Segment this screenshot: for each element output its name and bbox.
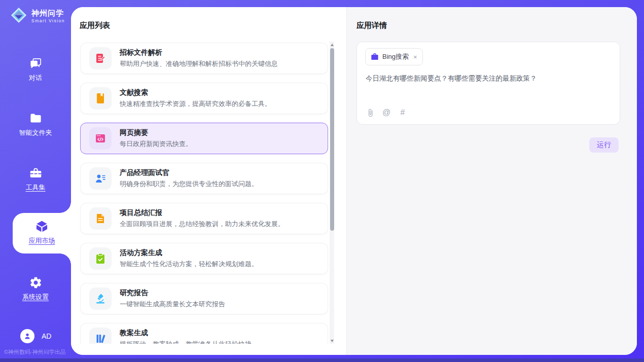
app-card-research-report[interactable]: 研究报告 一键智能生成高质量长文本研究报告 [80,283,328,314]
report-note-icon [94,212,106,225]
sidebar-item-toolset[interactable]: 工具集 [0,166,71,192]
books-icon [94,333,106,344]
app-card-event-plan[interactable]: 活动方案生成 智能生成个性化活动方案，轻松解决规划难题。 [80,243,328,274]
sidebar-item-app-market[interactable]: 应用市场 [13,213,71,254]
scroll-down-arrow-icon[interactable] [330,338,334,344]
prompt-toolbar: @ # [366,108,407,117]
sidebar-footer: ©神州数码·神州问学出品 [4,348,66,356]
app-title: 项目总结汇报 [120,208,284,218]
app-icon-box [89,167,112,190]
app-desc: 帮助用户快速、准确地理解和解析招标书中的关键信息 [120,59,278,68]
main-content: 应用列表 招标文件解析 帮助用户快速、准确地理解和解析招标书中的关键信息 [71,7,637,355]
chat-icon [29,57,43,70]
app-card-bid-document-parse[interactable]: 招标文件解析 帮助用户快速、准确地理解和解析招标书中的关键信息 [80,43,328,74]
app-card-lesson-plan[interactable]: 教案生成 模板驱动，教案秒成，教学准备从此轻松快捷 [80,323,328,344]
bottom-bar [0,358,644,362]
app-desc: 智能生成个性化活动方案，轻松解决规划难题。 [120,260,258,269]
app-card-pm-interviewer[interactable]: 产品经理面试官 明确身份和职责，为您提供专业性的面试问题。 [80,163,328,194]
avatar[interactable] [20,329,34,343]
close-icon[interactable]: × [413,54,417,60]
app-list: 招标文件解析 帮助用户快速、准确地理解和解析招标书中的关键信息 文献搜索 快速精… [80,43,328,344]
app-desc: 一键智能生成高质量长文本研究报告 [120,300,225,309]
app-card-text: 招标文件解析 帮助用户快速、准确地理解和解析招标书中的关键信息 [120,48,278,68]
browser-code-icon [94,132,106,144]
toolbox-icon [29,166,43,180]
app-card-text: 文献搜索 快速精准查找学术资源，提高研究效率的必备工具。 [120,88,271,108]
app-list-title: 应用列表 [80,21,110,30]
app-card-web-summary[interactable]: 网页摘要 每日政府新闻资讯快查。 [80,123,328,154]
at-icon[interactable]: @ [382,108,391,117]
app-icon-box [89,127,112,150]
app-card-text: 网页摘要 每日政府新闻资讯快查。 [120,128,192,149]
app-list-panel: 应用列表 招标文件解析 帮助用户快速、准确地理解和解析招标书中的关键信息 [71,7,346,355]
interviewer-icon [94,172,106,185]
app-icon-box [89,207,112,230]
scrollbar-thumb[interactable] [330,48,334,231]
app-card-text: 项目总结汇报 全面回顾项目进展，总结经验教训，助力未来优化发展。 [120,208,284,229]
book-icon [94,92,106,104]
app-card-text: 教案生成 模板驱动，教案秒成，教学准备从此轻松快捷 [120,329,252,344]
sidebar-item-label: 智能文件夹 [19,129,52,136]
sidebar-item-label: 系统设置 [22,293,49,301]
logo-title: 神州问学 [31,9,65,18]
folder-icon [29,112,43,125]
tool-chip-label: Bing搜索 [382,52,409,61]
sidebar-item-chat[interactable]: 对话 [0,57,71,83]
app-title: 招标文件解析 [120,48,278,57]
app-card-project-summary[interactable]: 项目总结汇报 全面回顾项目进展，总结经验教训，助力未来优化发展。 [80,203,328,234]
gear-icon [29,276,43,289]
user-row: AD [20,329,51,343]
scroll-up-arrow-icon[interactable] [330,42,334,48]
app-title: 活动方案生成 [120,248,258,258]
clipboard-check-icon [94,252,106,265]
briefcase-icon [371,53,379,61]
document-edit-icon [94,52,106,64]
app-icon-box [89,287,112,310]
sidebar-item-label: 应用市场 [29,237,55,244]
app-desc: 快速精准查找学术资源，提高研究效率的必备工具。 [120,99,271,108]
sidebar-item-label: 对话 [29,74,42,82]
prompt-input-card[interactable]: Bing搜索 × 今日湖北有哪些新闻要点？有哪些需要关注的最新政策？ @ # [356,42,620,125]
cube-icon [35,220,49,233]
app-title: 文献搜索 [120,88,271,97]
user-icon [22,331,32,341]
sidebar: 神州问学 Smart Vision 对话 智能文件夹 [0,0,71,362]
app-title: 产品经理面试官 [120,168,258,177]
hash-icon[interactable]: # [398,108,407,117]
app-icon-box [89,87,112,110]
logo-subtitle: Smart Vision [31,19,65,23]
app-icon-box [89,47,112,69]
app-desc: 每日政府新闻资讯快查。 [120,139,192,149]
app-card-text: 产品经理面试官 明确身份和职责，为您提供专业性的面试问题。 [120,168,258,189]
app-desc: 明确身份和职责，为您提供专业性的面试问题。 [120,179,258,189]
app-card-text: 研究报告 一键智能生成高质量长文本研究报告 [120,288,225,309]
app-card-text: 活动方案生成 智能生成个性化活动方案，轻松解决规划难题。 [120,248,258,269]
user-initials: AD [42,332,51,340]
microscope-icon [94,293,106,305]
paperclip-icon[interactable] [366,108,375,117]
app-detail-panel: 应用详情 Bing搜索 × 今日湖北有哪些新闻要点？有哪些需要关注的最新政策？ [346,7,637,355]
sidebar-item-label: 工具集 [26,184,46,191]
app-title: 网页摘要 [120,128,192,137]
app-desc: 模板驱动，教案秒成，教学准备从此轻松快捷 [120,340,252,344]
prompt-text[interactable]: 今日湖北有哪些新闻要点？有哪些需要关注的最新政策？ [366,74,611,84]
sidebar-item-settings[interactable]: 系统设置 [0,276,71,302]
app-icon-box [89,247,112,270]
app-icon-box [89,328,112,344]
run-button[interactable]: 运行 [589,137,619,153]
tool-chip-bing-search[interactable]: Bing搜索 × [365,48,423,65]
app-title: 教案生成 [120,329,252,338]
app-title: 研究报告 [120,288,225,298]
app-logo: 神州问学 Smart Vision [10,7,65,26]
app-detail-title: 应用详情 [356,21,387,30]
app-desc: 全面回顾项目进展，总结经验教训，助力未来优化发展。 [120,220,284,229]
logo-gem-icon [10,7,27,26]
app-list-scrollbar[interactable] [330,42,334,344]
app-card-literature-search[interactable]: 文献搜索 快速精准查找学术资源，提高研究效率的必备工具。 [80,83,328,114]
sidebar-item-smart-folder[interactable]: 智能文件夹 [0,112,71,137]
